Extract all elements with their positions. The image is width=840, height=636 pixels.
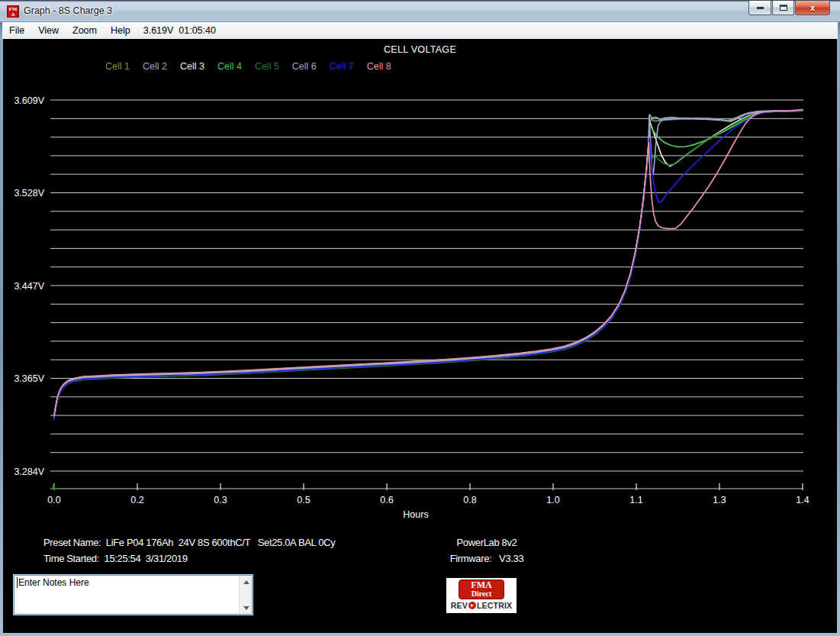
minimize-button[interactable] xyxy=(748,1,771,15)
series-cell-6 xyxy=(54,111,803,418)
y-tick-label: 3.447V xyxy=(14,281,44,292)
direct-badge-text: Direct xyxy=(459,589,504,598)
pack-voltage-time-readout: 3.619V 01:05:40 xyxy=(143,25,216,36)
preset-name-line: Preset Name: LiFe P04 176Ah 24V 8S 600th… xyxy=(43,537,335,548)
fma-badge-text: FMA xyxy=(459,581,504,589)
scroll-up-button[interactable] xyxy=(240,576,253,588)
scroll-up-icon xyxy=(243,580,249,584)
revo-text-post: LECTRIX xyxy=(477,601,512,610)
close-icon: x xyxy=(810,3,815,12)
series-cell-4 xyxy=(54,111,803,416)
y-tick-label: 3.528V xyxy=(14,188,44,199)
preset-name-value: LiFe P04 176Ah 24V 8S 600thC/T Set25.0A … xyxy=(106,537,336,548)
series-cell-3 xyxy=(54,111,803,418)
menubar: File View Zoom Help 3.619V 01:05:40 xyxy=(2,22,838,39)
y-tick-label: 3.609V xyxy=(14,95,44,106)
firmware-value: V3.33 xyxy=(499,553,523,564)
revolectrix-o-icon xyxy=(468,602,476,609)
x-tick-label: 1.4 xyxy=(796,495,809,505)
menu-view[interactable]: View xyxy=(31,24,66,37)
x-tick-label: 0.8 xyxy=(463,495,476,505)
x-tick-label: 0.0 xyxy=(47,495,60,505)
app-icon-text-bottom: A xyxy=(8,12,18,18)
scroll-down-icon xyxy=(243,606,249,610)
x-tick-label: 0.5 xyxy=(297,495,310,505)
x-tick-label: 0.2 xyxy=(130,495,143,505)
notes-input[interactable]: Enter Notes Here xyxy=(17,577,237,588)
revolectrix-wordmark: REVLECTRIX xyxy=(451,601,513,610)
preset-name-label: Preset Name: xyxy=(43,537,101,548)
app-icon: FM A xyxy=(7,5,19,18)
series-cell-2 xyxy=(54,111,803,417)
time-started-value: 15:25:54 3/31/2019 xyxy=(105,553,188,564)
series-cell-7 xyxy=(54,110,803,418)
notes-box[interactable]: Enter Notes Here xyxy=(14,575,253,615)
app-window: FM A Graph - 8S Charge 3 x File View Zoo… xyxy=(0,0,840,636)
x-tick-label: 0.3 xyxy=(214,495,227,505)
device-name: PowerLab 8v2 xyxy=(420,537,554,548)
minimize-icon xyxy=(757,7,764,9)
y-tick-label: 3.365V xyxy=(14,373,44,384)
menu-zoom[interactable]: Zoom xyxy=(66,24,104,37)
maximize-icon xyxy=(780,5,787,11)
chart-area: CELL VOLTAGE Cell 1Cell 2Cell 3Cell 4Cel… xyxy=(3,39,837,633)
fma-direct-badge: FMA Direct xyxy=(459,580,504,599)
x-axis-title: Hours xyxy=(403,509,428,520)
time-started-line: Time Started: 15:25:54 3/31/2019 xyxy=(43,553,188,564)
origin-marker xyxy=(53,485,55,489)
menu-help[interactable]: Help xyxy=(104,24,137,37)
scroll-down-button[interactable] xyxy=(240,602,253,614)
x-tick-label: 1.1 xyxy=(629,495,642,505)
x-tick-label: 1.3 xyxy=(713,495,726,505)
revo-text-pre: REV xyxy=(451,601,468,610)
y-tick-label: 3.284V xyxy=(14,467,44,477)
notes-scrollbar[interactable] xyxy=(239,576,252,614)
firmware-label: Firmware: xyxy=(450,553,492,564)
voltage-plot: 3.609V3.528V3.447V3.365V3.284V0.00.20.30… xyxy=(3,39,837,531)
window-title: Graph - 8S Charge 3 xyxy=(24,5,112,16)
maximize-button[interactable] xyxy=(772,1,794,15)
close-button[interactable]: x xyxy=(795,1,830,15)
time-started-label: Time Started: xyxy=(43,553,99,564)
fma-revolectrix-logo: FMA Direct REVLECTRIX xyxy=(446,578,517,613)
series-cell-1 xyxy=(54,111,803,418)
firmware-line: Firmware: V3.33 xyxy=(420,553,554,564)
menu-file[interactable]: File xyxy=(2,24,31,37)
x-tick-label: 0.6 xyxy=(380,495,393,505)
x-tick-label: 1.0 xyxy=(546,495,559,505)
window-controls: x xyxy=(748,1,830,15)
titlebar[interactable]: FM A Graph - 8S Charge 3 x xyxy=(0,0,840,22)
